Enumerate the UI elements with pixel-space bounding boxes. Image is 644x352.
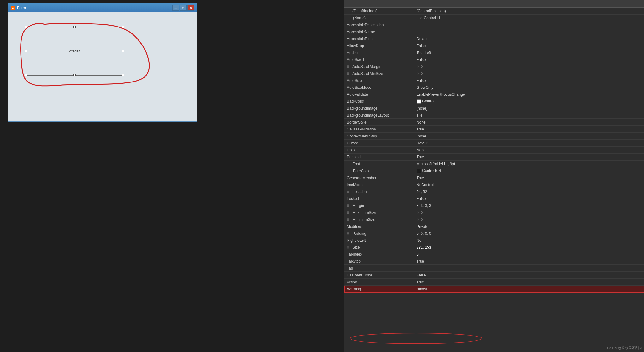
- prop-value-modifiers[interactable]: Private: [414, 224, 644, 229]
- prop-name-causesvalidation: CausesValidation: [344, 127, 414, 131]
- prop-row-contextmenustrip[interactable]: ContextMenuStrip(none): [344, 133, 644, 140]
- prop-value-databindings[interactable]: (ControlBindings): [414, 9, 644, 13]
- prop-row-autovalidate[interactable]: AutoValidateEnablePreventFocusChange: [344, 91, 644, 98]
- prop-row-locked[interactable]: LockedFalse: [344, 195, 644, 202]
- prop-value-backgroundimagelayout[interactable]: Tile: [414, 113, 644, 118]
- prop-row-size[interactable]: ⊞Size371, 153: [344, 244, 644, 251]
- prop-value-name[interactable]: userControl11: [414, 16, 644, 20]
- handle-midleft[interactable]: [25, 50, 27, 52]
- prop-value-enabled[interactable]: True: [414, 155, 644, 159]
- prop-value-causesvalidation[interactable]: True: [414, 127, 644, 131]
- prop-value-righttoleft[interactable]: No: [414, 238, 644, 243]
- prop-row-padding[interactable]: ⊞Padding0, 0, 0, 0: [344, 230, 644, 237]
- prop-value-cursor[interactable]: Default: [414, 141, 644, 145]
- prop-value-dock[interactable]: None: [414, 148, 644, 152]
- prop-row-autoscrollmargin[interactable]: ⊞AutoScrollMargin0, 0: [344, 63, 644, 70]
- prop-value-warning[interactable]: dfadsf: [414, 287, 644, 291]
- prop-row-usewaitcursor[interactable]: UseWaitCursorFalse: [344, 272, 644, 279]
- prop-value-usewaitcursor[interactable]: False: [414, 273, 644, 277]
- maximize-button[interactable]: □: [180, 5, 187, 11]
- prop-name-autoscroll: AutoScroll: [344, 58, 414, 62]
- prop-name-location: ⊞Location: [344, 190, 414, 194]
- prop-value-font[interactable]: Microsoft YaHei UI, 9pt: [414, 162, 644, 166]
- minimize-button[interactable]: ─: [172, 5, 179, 11]
- prop-row-allowdrop[interactable]: AllowDropFalse: [344, 42, 644, 49]
- prop-row-maximumsize[interactable]: ⊞MaximumSize0, 0: [344, 209, 644, 216]
- prop-row-minimumsize[interactable]: ⊞MinimumSize0, 0: [344, 216, 644, 223]
- prop-row-accessiblename[interactable]: AccessibleName: [344, 28, 644, 35]
- prop-row-righttoleft[interactable]: RightToLeftNo: [344, 237, 644, 244]
- prop-value-padding[interactable]: 0, 0, 0, 0: [414, 231, 644, 236]
- prop-row-accessiblerole[interactable]: AccessibleRoleDefault: [344, 35, 644, 42]
- prop-row-autosize[interactable]: AutoSizeFalse: [344, 77, 644, 84]
- prop-row-imemode[interactable]: ImeModeNoControl: [344, 181, 644, 188]
- prop-value-size[interactable]: 371, 153: [414, 245, 644, 250]
- prop-row-cursor[interactable]: CursorDefault: [344, 140, 644, 147]
- handle-midright[interactable]: [122, 50, 124, 52]
- prop-value-visible[interactable]: True: [414, 280, 644, 284]
- prop-name-accessibledescription: AccessibleDescription: [344, 23, 414, 27]
- prop-row-warning[interactable]: Warningdfadsf: [344, 286, 644, 293]
- prop-row-accessibledescription[interactable]: AccessibleDescription: [344, 21, 644, 28]
- prop-value-imemode[interactable]: NoControl: [414, 183, 644, 187]
- prop-row-location[interactable]: ⊞Location94, 52: [344, 188, 644, 195]
- prop-row-font[interactable]: ⊞FontMicrosoft YaHei UI, 9pt: [344, 161, 644, 167]
- prop-row-autoscrollminsize[interactable]: ⊞AutoScrollMinSize0, 0: [344, 70, 644, 77]
- prop-value-margin[interactable]: 3, 3, 3, 3: [414, 203, 644, 208]
- prop-row-backgroundimagelayout[interactable]: BackgroundImageLayoutTile: [344, 112, 644, 119]
- prop-row-tabstop[interactable]: TabStopTrue: [344, 258, 644, 265]
- prop-value-autoscrollminsize[interactable]: 0, 0: [414, 71, 644, 76]
- prop-value-maximumsize[interactable]: 0, 0: [414, 210, 644, 215]
- prop-row-backcolor[interactable]: BackColorControl: [344, 98, 644, 105]
- prop-row-backgroundimage[interactable]: BackgroundImage(none): [344, 105, 644, 112]
- prop-row-name[interactable]: (Name)userControl11: [344, 15, 644, 21]
- prop-row-tag[interactable]: Tag: [344, 265, 644, 272]
- prop-name-imemode: ImeMode: [344, 183, 414, 187]
- expand-icon: ⊞: [347, 232, 351, 235]
- prop-name-visible: Visible: [344, 280, 414, 284]
- handle-topleft[interactable]: [25, 26, 27, 28]
- prop-row-tabindex[interactable]: TabIndex0: [344, 251, 644, 258]
- handle-botright[interactable]: [122, 74, 124, 76]
- prop-row-margin[interactable]: ⊞Margin3, 3, 3, 3: [344, 202, 644, 209]
- handle-topright[interactable]: [122, 26, 124, 28]
- prop-row-borderstyle[interactable]: BorderStyleNone: [344, 119, 644, 126]
- form-title: ■ Form1: [11, 6, 28, 10]
- prop-value-backcolor[interactable]: Control: [414, 99, 644, 104]
- handle-botmid[interactable]: [73, 74, 76, 76]
- close-button[interactable]: ✕: [187, 5, 194, 11]
- prop-value-locked[interactable]: False: [414, 197, 644, 201]
- prop-value-anchor[interactable]: Top, Left: [414, 51, 644, 55]
- prop-row-visible[interactable]: VisibleTrue: [344, 279, 644, 286]
- prop-value-borderstyle[interactable]: None: [414, 120, 644, 124]
- expand-icon: ⊞: [347, 65, 351, 68]
- prop-row-autoscroll[interactable]: AutoScrollFalse: [344, 56, 644, 63]
- prop-value-minimumsize[interactable]: 0, 0: [414, 217, 644, 222]
- prop-value-backgroundimage[interactable]: (none): [414, 106, 644, 111]
- prop-value-autoscrollmargin[interactable]: 0, 0: [414, 64, 644, 69]
- user-control[interactable]: dfadsf: [26, 27, 123, 76]
- prop-value-autovalidate[interactable]: EnablePreventFocusChange: [414, 92, 644, 97]
- prop-value-location[interactable]: 94, 52: [414, 190, 644, 194]
- prop-row-databindings[interactable]: ⊞(DataBindings)(ControlBindings): [344, 8, 644, 15]
- prop-value-forecolor[interactable]: ControlText: [414, 168, 644, 173]
- prop-value-autosize[interactable]: False: [414, 78, 644, 83]
- prop-row-generatemember[interactable]: GenerateMemberTrue: [344, 174, 644, 181]
- prop-row-modifiers[interactable]: ModifiersPrivate: [344, 223, 644, 230]
- prop-value-tabstop[interactable]: True: [414, 259, 644, 264]
- prop-row-dock[interactable]: DockNone: [344, 147, 644, 154]
- prop-value-allowdrop[interactable]: False: [414, 44, 644, 48]
- prop-row-autosizemode[interactable]: AutoSizeModeGrowOnly: [344, 84, 644, 91]
- handle-topmid[interactable]: [73, 26, 76, 28]
- prop-value-autosizemode[interactable]: GrowOnly: [414, 85, 644, 90]
- prop-row-forecolor[interactable]: ForeColorControlText: [344, 167, 644, 174]
- prop-value-autoscroll[interactable]: False: [414, 58, 644, 62]
- prop-row-causesvalidation[interactable]: CausesValidationTrue: [344, 126, 644, 133]
- prop-row-anchor[interactable]: AnchorTop, Left: [344, 49, 644, 56]
- prop-value-generatemember[interactable]: True: [414, 176, 644, 180]
- prop-value-contextmenustrip[interactable]: (none): [414, 134, 644, 138]
- prop-row-enabled[interactable]: EnabledTrue: [344, 154, 644, 161]
- handle-botleft[interactable]: [25, 74, 27, 76]
- prop-value-tabindex[interactable]: 0: [414, 252, 644, 257]
- prop-value-accessiblerole[interactable]: Default: [414, 37, 644, 41]
